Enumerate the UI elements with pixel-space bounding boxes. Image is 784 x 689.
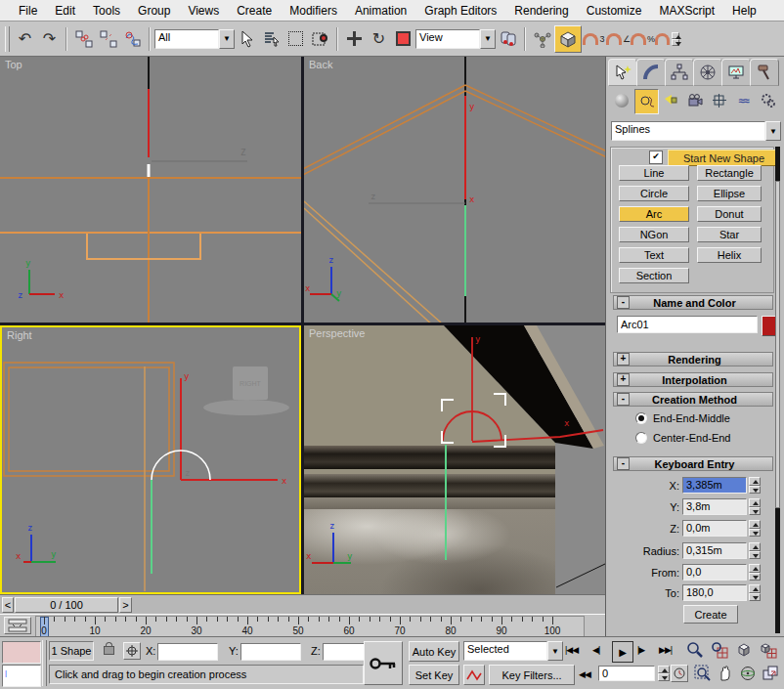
shape-button[interactable]: Section xyxy=(619,268,689,283)
window-crossing-button[interactable] xyxy=(308,26,332,51)
spinner-down-icon[interactable] xyxy=(749,486,761,495)
subcategory-space-warps[interactable]: ≈≈ xyxy=(732,89,755,112)
shape-category-caret[interactable]: ▼ xyxy=(765,121,781,141)
tab-hierarchy[interactable] xyxy=(665,59,694,86)
field-value[interactable]: 3,8m xyxy=(682,498,747,515)
menu-item[interactable]: Views xyxy=(179,2,228,20)
unlink-selection-button[interactable] xyxy=(96,26,120,51)
next-frame-button[interactable]: |▶ xyxy=(637,645,644,655)
shape-button[interactable]: Rectangle xyxy=(697,165,762,181)
spinner[interactable] xyxy=(749,542,761,559)
go-to-end-button[interactable]: ▶▶| xyxy=(659,645,672,655)
menu-item[interactable]: Edit xyxy=(46,2,84,20)
maxscript-mini-listener-white[interactable]: | xyxy=(2,665,41,687)
shape-button[interactable]: Helix xyxy=(697,247,762,263)
menu-item[interactable]: Tools xyxy=(84,2,129,20)
spinner-up-icon[interactable] xyxy=(658,666,670,673)
field-value[interactable]: 3,385m xyxy=(682,477,747,494)
select-and-move-button[interactable] xyxy=(342,26,367,51)
time-slider-next-button[interactable]: > xyxy=(119,597,132,613)
maxscript-mini-listener-pink[interactable] xyxy=(2,641,41,664)
redo-button[interactable]: ↷ xyxy=(37,26,62,51)
menu-item[interactable]: Customize xyxy=(578,2,651,20)
select-and-manipulate-button[interactable] xyxy=(530,26,554,51)
spinner-down-icon[interactable] xyxy=(749,551,761,560)
shape-button[interactable]: Arc xyxy=(619,206,689,222)
subcategory-shapes[interactable] xyxy=(634,89,659,114)
selection-lock-toggle[interactable] xyxy=(101,641,116,661)
spinner-up-icon[interactable] xyxy=(749,498,761,507)
start-new-shape-checkbox[interactable]: ✔ xyxy=(649,151,663,164)
spinner[interactable] xyxy=(749,584,761,601)
radio-center-end-end[interactable]: Center-End-End xyxy=(635,432,731,444)
play-button[interactable]: ▶ xyxy=(612,641,633,663)
frame-spinner[interactable] xyxy=(658,666,670,681)
reference-coordinate-system-combo[interactable]: View ▼ xyxy=(415,29,496,49)
mini-curve-editor-button[interactable] xyxy=(4,617,31,634)
field-value[interactable]: 180,0 xyxy=(682,584,747,601)
spinner-up-icon[interactable] xyxy=(749,564,761,573)
menu-item[interactable]: Graph Editors xyxy=(415,2,505,20)
undo-button[interactable]: ↶ xyxy=(13,26,37,51)
tab-modify[interactable] xyxy=(636,59,666,86)
percent-snap-toggle-button[interactable]: % xyxy=(631,26,655,51)
key-filter-scope-dropdown[interactable]: Selected ▼ xyxy=(463,641,563,661)
spinner-down-icon[interactable] xyxy=(749,593,761,602)
viewport-back[interactable]: Back y x z z x y xyxy=(304,57,605,323)
menu-item[interactable]: Create xyxy=(228,2,281,20)
menu-item[interactable]: Group xyxy=(129,2,179,20)
select-and-link-button[interactable] xyxy=(71,26,96,51)
shape-button[interactable]: Line xyxy=(619,165,689,181)
set-key-button[interactable]: Set Key xyxy=(409,665,459,685)
tab-display[interactable] xyxy=(721,59,751,86)
key-mode-toggle[interactable]: ◀◀ xyxy=(579,669,590,679)
tab-utilities[interactable] xyxy=(750,59,779,86)
key-filters-button[interactable]: Key Filters... xyxy=(489,665,575,685)
menu-item[interactable]: Modifiers xyxy=(281,2,346,20)
zoom-button[interactable] xyxy=(686,641,706,661)
spinner-down-icon[interactable] xyxy=(749,573,761,581)
subcategory-systems[interactable] xyxy=(757,89,779,112)
field-value[interactable]: 0,0 xyxy=(682,564,747,581)
coord-z-input[interactable] xyxy=(323,643,366,661)
spinner-down-icon[interactable] xyxy=(749,507,761,516)
field-value[interactable]: 0,0m xyxy=(682,520,747,537)
rollout-name-and-color[interactable]: - Name and Color xyxy=(613,295,773,310)
shape-button[interactable]: Ellipse xyxy=(697,186,762,201)
snaps-toggle-button[interactable] xyxy=(554,25,582,53)
shape-button[interactable]: NGon xyxy=(619,227,689,242)
selection-filter-caret[interactable]: ▼ xyxy=(219,29,235,49)
tab-motion[interactable] xyxy=(693,59,722,86)
rectangular-selection-region-button[interactable] xyxy=(283,26,308,51)
shape-button[interactable]: Donut xyxy=(697,206,762,222)
coord-y-input[interactable] xyxy=(240,643,301,661)
statusbar-splitter[interactable] xyxy=(42,640,47,686)
select-and-rotate-button[interactable]: ↻ xyxy=(367,26,391,51)
time-slider-handle[interactable]: 0 / 100 xyxy=(15,597,118,613)
zoom-region-button[interactable] xyxy=(694,665,714,684)
auto-key-button[interactable]: Auto Key xyxy=(409,641,459,662)
min-max-toggle-button[interactable] xyxy=(762,665,781,684)
spinner[interactable] xyxy=(749,520,761,537)
spinner[interactable] xyxy=(749,477,761,494)
object-name-input[interactable] xyxy=(617,316,758,333)
default-tangent-button[interactable] xyxy=(463,665,485,685)
spinner-up-icon[interactable] xyxy=(749,477,761,486)
coord-x-input[interactable] xyxy=(157,643,218,661)
shape-button[interactable]: Circle xyxy=(619,186,689,201)
spinner[interactable] xyxy=(749,564,761,581)
spinner-up-icon[interactable] xyxy=(749,584,761,593)
field-value[interactable]: 0,315m xyxy=(682,542,747,559)
spinner-up-icon[interactable] xyxy=(749,520,761,529)
viewport-right[interactable]: Right RIGHT y x z z x y xyxy=(0,325,301,594)
toolbar-drag-handle[interactable] xyxy=(5,26,10,52)
spinner-down-icon[interactable] xyxy=(749,529,761,538)
subcategory-lights[interactable] xyxy=(659,89,681,112)
spinner-up-icon[interactable] xyxy=(749,542,761,551)
rollout-creation-method[interactable]: - Creation Method xyxy=(613,392,773,407)
track-bar-ruler[interactable]: 0102030405060708090100 xyxy=(35,616,585,638)
pan-button[interactable] xyxy=(717,665,736,684)
panel-scrollbar-track[interactable] xyxy=(775,147,780,633)
use-pivot-center-button[interactable] xyxy=(496,26,520,51)
menu-item[interactable]: Rendering xyxy=(505,2,577,20)
